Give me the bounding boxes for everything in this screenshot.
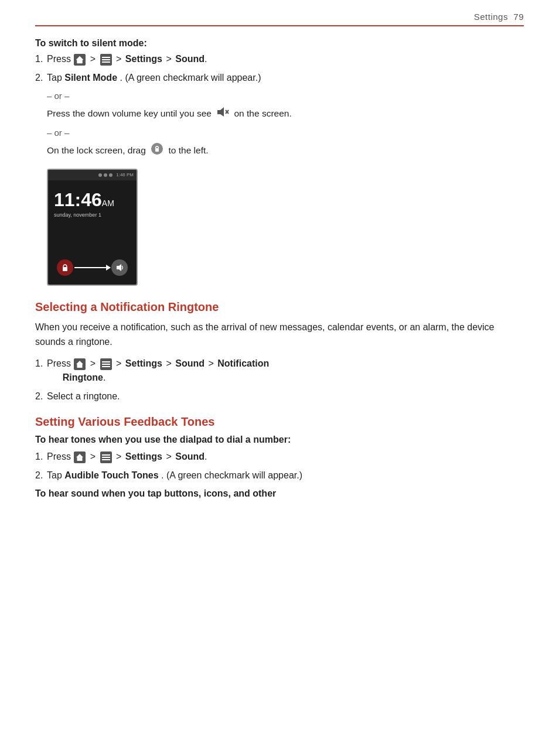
time-value: 11:46 — [54, 189, 102, 210]
status-dot-3 — [109, 173, 113, 177]
feedback-step-num-1: 1. — [35, 450, 43, 464]
notif-sound-label: Sound — [175, 358, 204, 368]
or-divider-1: – or – — [47, 91, 524, 101]
notification-ringtone-title: Selecting a Notification Ringtone — [35, 300, 524, 314]
notif-home-icon — [74, 358, 86, 370]
status-dot-2 — [104, 173, 107, 177]
notif-step-1: 1. Press > > Settings > Sound > Notifica… — [35, 357, 524, 385]
svg-rect-3 — [102, 57, 110, 58]
header-bar: Settings 79 — [35, 12, 524, 26]
notif-ringtone-label-2: Ringtone — [63, 372, 103, 382]
silent-mode-label: Silent Mode — [64, 73, 117, 83]
tap-buttons-heading: To hear sound when you tap buttons, icon… — [35, 488, 524, 499]
notification-steps: 1. Press > > Settings > Sound > Notifica… — [35, 357, 524, 403]
svg-rect-19 — [102, 366, 110, 367]
page-number: 79 — [513, 12, 524, 22]
notif-step-num-1: 1. — [35, 357, 43, 371]
arrow-1: > — [90, 54, 96, 64]
svg-rect-4 — [102, 59, 110, 60]
step-2-tap: 2. Tap Silent Mode . (A green checkmark … — [35, 71, 524, 85]
notif-step2-text: Select a ringtone. — [47, 391, 120, 401]
feedback-menu-icon — [100, 451, 112, 463]
alt2-suffix: to the left. — [169, 145, 209, 155]
svg-rect-12 — [63, 267, 67, 271]
feedback-home-icon — [74, 451, 86, 463]
feedback-step-num-2: 2. — [35, 468, 43, 483]
phone-sound-icon — [111, 259, 128, 276]
audible-touch-label: Audible Touch Tones — [64, 470, 158, 480]
dialpad-heading: To hear tones when you use the dialpad t… — [35, 435, 524, 445]
step-1-press: 1. Press > — [35, 52, 524, 66]
phone-date: sunday, november 1 — [48, 211, 137, 219]
header-title: Settings 79 — [474, 12, 524, 22]
home-icon — [74, 54, 86, 66]
notif-settings-label: Settings — [125, 358, 162, 368]
feedback-step-2: 2. Tap Audible Touch Tones . (A green ch… — [35, 468, 524, 483]
drag-arrow-line — [74, 267, 110, 268]
volume-mute-icon — [216, 105, 229, 123]
svg-marker-13 — [117, 264, 121, 271]
alt-text-1: Press the down volume key until you see … — [47, 105, 524, 123]
notif-step-num-2: 2. — [35, 389, 43, 403]
alt1-suffix: on the screen. — [234, 108, 292, 118]
step-num-1: 1. — [35, 52, 43, 66]
feedback-tones-title: Setting Various Feedback Tones — [35, 415, 524, 429]
silent-mode-section: To switch to silent mode: 1. Press > — [35, 38, 524, 160]
step2-suffix: . (A green checkmark will appear.) — [120, 73, 261, 83]
time-period: AM — [102, 199, 114, 208]
alt-text-2: On the lock screen, drag to the left. — [47, 142, 524, 160]
step1-press-label: Press — [47, 54, 71, 64]
notif-press-label: Press — [47, 358, 71, 368]
svg-rect-23 — [102, 454, 110, 456]
sound-label: Sound — [175, 54, 204, 64]
feedback-press-label: Press — [47, 451, 71, 461]
status-time: 1:46 PM — [116, 172, 134, 177]
svg-rect-11 — [155, 148, 159, 152]
svg-rect-24 — [102, 457, 110, 458]
notif-menu-icon — [100, 358, 112, 370]
alt1-text: Press the down volume key until you see — [47, 108, 212, 118]
notification-ringtone-section: Selecting a Notification Ringtone When y… — [35, 300, 524, 403]
feedback-step-1: 1. Press > > Settings > Sound. — [35, 450, 524, 464]
svg-marker-7 — [220, 107, 224, 117]
arrow-3: > — [166, 54, 171, 64]
svg-rect-25 — [102, 459, 110, 460]
silent-mode-steps: 1. Press > — [35, 52, 524, 85]
phone-time-display: 11:46AM — [48, 180, 137, 211]
header-settings-label: Settings — [474, 12, 508, 22]
svg-rect-5 — [102, 61, 110, 63]
notif-ringtone-label: Notification — [217, 358, 269, 368]
lock-circle-icon — [151, 142, 163, 160]
feedback-step2-suffix: . (A green checkmark will appear.) — [161, 470, 302, 480]
alt2-prefix: On the lock screen, drag — [47, 145, 146, 155]
phone-status-bar: 1:46 PM — [48, 170, 137, 180]
feedback-settings-label: Settings — [125, 451, 162, 461]
svg-rect-17 — [102, 361, 110, 362]
settings-label: Settings — [125, 54, 162, 64]
step2-tap-label: Tap — [47, 73, 62, 83]
menu-icon — [100, 54, 112, 66]
feedback-tap-label: Tap — [47, 470, 62, 480]
step-num-2: 2. — [35, 71, 43, 85]
feedback-step1-suffix: . — [204, 451, 207, 461]
phone-screenshot: 1:46 PM 11:46AM sunday, november 1 — [47, 169, 138, 286]
arrow-2: > — [116, 54, 121, 64]
or-divider-2: – or – — [47, 128, 524, 138]
feedback-sound-label: Sound — [175, 451, 204, 461]
phone-bottom-controls — [48, 259, 137, 276]
status-dot-1 — [98, 173, 102, 177]
svg-rect-18 — [102, 364, 110, 365]
notif-step-2: 2. Select a ringtone. — [35, 389, 524, 403]
notification-body-text: When you receive a notification, such as… — [35, 320, 524, 350]
silent-mode-heading: To switch to silent mode: — [35, 38, 524, 49]
feedback-steps: 1. Press > > Settings > Sound. 2. Tap Au… — [35, 450, 524, 483]
feedback-tones-section: Setting Various Feedback Tones To hear t… — [35, 415, 524, 499]
phone-lock-icon — [57, 259, 73, 276]
svg-rect-6 — [217, 110, 220, 114]
